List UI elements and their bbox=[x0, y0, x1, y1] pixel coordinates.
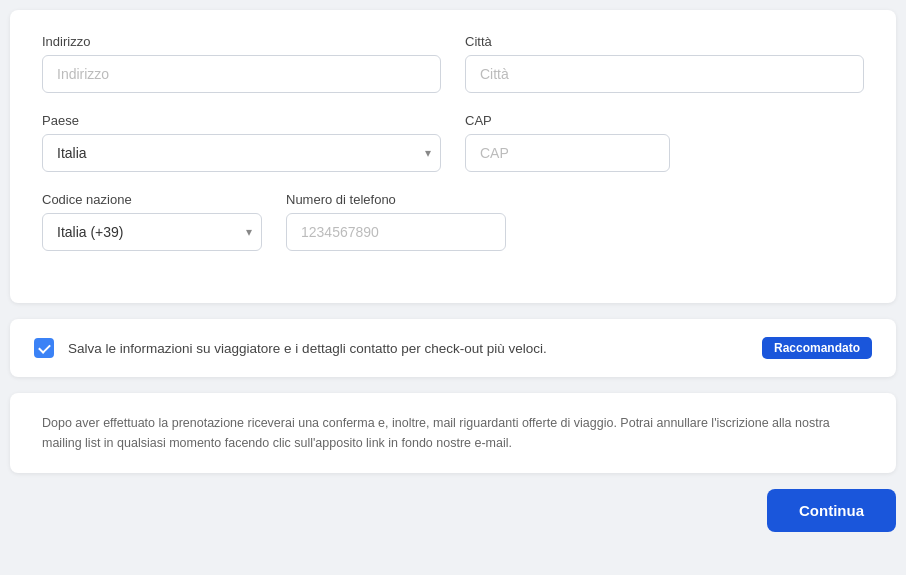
save-info-card: Salva le informazioni su viaggiatore e i… bbox=[10, 319, 896, 377]
disclaimer-text: Dopo aver effettuato la prenotazione ric… bbox=[42, 413, 864, 453]
codice-select-wrapper: Italia (+39) Francia (+33) Germania (+49… bbox=[42, 213, 262, 251]
paese-group: Paese Italia Francia Germania Spagna Reg… bbox=[42, 113, 441, 172]
codice-nazione-group: Codice nazione Italia (+39) Francia (+33… bbox=[42, 192, 262, 251]
indirizzo-group: Indirizzo bbox=[42, 34, 441, 93]
paese-select[interactable]: Italia Francia Germania Spagna Regno Uni… bbox=[42, 134, 441, 172]
citta-input[interactable] bbox=[465, 55, 864, 93]
paese-label: Paese bbox=[42, 113, 441, 128]
disclaimer-card: Dopo aver effettuato la prenotazione ric… bbox=[10, 393, 896, 473]
raccomandato-badge: Raccomandato bbox=[762, 337, 872, 359]
codice-nazione-label: Codice nazione bbox=[42, 192, 262, 207]
indirizzo-input[interactable] bbox=[42, 55, 441, 93]
cap-input[interactable] bbox=[465, 134, 670, 172]
footer-row: Continua bbox=[10, 489, 896, 548]
citta-label: Città bbox=[465, 34, 864, 49]
telefono-group: Numero di telefono bbox=[286, 192, 506, 251]
indirizzo-label: Indirizzo bbox=[42, 34, 441, 49]
continua-button[interactable]: Continua bbox=[767, 489, 896, 532]
save-info-checkbox-wrapper[interactable] bbox=[34, 338, 54, 358]
citta-group: Città bbox=[465, 34, 864, 93]
telefono-label: Numero di telefono bbox=[286, 192, 506, 207]
codice-nazione-select[interactable]: Italia (+39) Francia (+33) Germania (+49… bbox=[42, 213, 262, 251]
paese-select-wrapper: Italia Francia Germania Spagna Regno Uni… bbox=[42, 134, 441, 172]
cap-label: CAP bbox=[465, 113, 670, 128]
telefono-input[interactable] bbox=[286, 213, 506, 251]
save-info-text: Salva le informazioni su viaggiatore e i… bbox=[68, 341, 748, 356]
cap-group: CAP bbox=[465, 113, 670, 172]
